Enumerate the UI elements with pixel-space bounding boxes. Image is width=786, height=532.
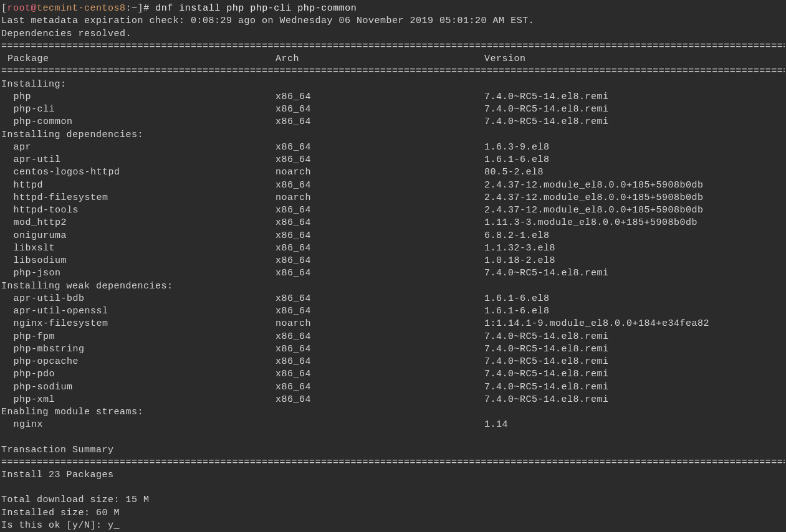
- package-version: 1.0.18-2.el8: [484, 255, 785, 267]
- package-arch: x86_64: [276, 293, 484, 305]
- package-arch: x86_64: [276, 103, 484, 116]
- package-name: apr-util: [1, 154, 276, 166]
- package-version: 7.4.0~RC5-14.el8.remi: [484, 267, 785, 280]
- table-row: httpd-toolsx86_642.4.37-12.module_el8.0.…: [1, 204, 785, 217]
- package-arch: x86_64: [276, 356, 484, 368]
- package-name: apr-util-bdb: [1, 293, 276, 305]
- table-header: Package Arch Version: [1, 53, 785, 65]
- header-package: Package: [1, 53, 276, 65]
- package-version: 7.4.0~RC5-14.el8.remi: [484, 343, 785, 356]
- table-row: httpd-filesystemnoarch2.4.37-12.module_e…: [1, 192, 785, 204]
- package-name: php-fpm: [1, 331, 276, 343]
- package-arch: x86_64: [276, 255, 484, 267]
- package-name: php-xml: [1, 394, 276, 406]
- header-arch: Arch: [276, 53, 484, 65]
- package-version: 7.4.0~RC5-14.el8.remi: [484, 91, 785, 103]
- table-row: php-opcachex86_647.4.0~RC5-14.el8.remi: [1, 356, 785, 368]
- prompt-open-bracket: [: [1, 3, 7, 14]
- package-name: php: [1, 91, 276, 103]
- package-arch: x86_64: [276, 91, 484, 103]
- package-name: mod_http2: [1, 217, 276, 229]
- package-version: 1.6.1-6.el8: [484, 293, 785, 305]
- confirm-input[interactable]: y: [108, 520, 114, 531]
- header-version: Version: [484, 53, 785, 65]
- divider-summary: ========================================…: [1, 457, 785, 469]
- package-version: 1.6.1-6.el8: [484, 154, 785, 166]
- package-arch: x86_64: [276, 343, 484, 356]
- table-row: httpdx86_642.4.37-12.module_el8.0.0+185+…: [1, 179, 785, 192]
- package-name: php-json: [1, 267, 276, 280]
- package-name: apr-util-openssl: [1, 305, 276, 318]
- prompt-at: @: [31, 3, 37, 14]
- package-arch: x86_64: [276, 204, 484, 217]
- package-version: 1.11.3-3.module_el8.0.0+185+5908b0db: [484, 217, 785, 229]
- table-row: onigurumax86_646.8.2-1.el8: [1, 230, 785, 242]
- confirm-line[interactable]: Is this ok [y/N]: y_: [1, 520, 785, 532]
- package-version: 7.4.0~RC5-14.el8.remi: [484, 356, 785, 368]
- table-row: mod_http2x86_641.11.3-3.module_el8.0.0+1…: [1, 217, 785, 229]
- package-arch: x86_64: [276, 242, 484, 255]
- package-version: 7.4.0~RC5-14.el8.remi: [484, 381, 785, 394]
- table-row: apr-util-bdbx86_641.6.1-6.el8: [1, 293, 785, 305]
- table-row: php-fpmx86_647.4.0~RC5-14.el8.remi: [1, 331, 785, 343]
- table-row: nginx1.14: [1, 419, 785, 431]
- package-arch: x86_64: [276, 381, 484, 394]
- table-row: nginx-filesystemnoarch1:1.14.1-9.module_…: [1, 318, 785, 330]
- package-name: nginx-filesystem: [1, 318, 276, 330]
- package-name: httpd: [1, 179, 276, 192]
- package-name: httpd-filesystem: [1, 192, 276, 204]
- package-arch: x86_64: [276, 217, 484, 229]
- package-name: libsodium: [1, 255, 276, 267]
- package-name: libxslt: [1, 242, 276, 255]
- terminal-output[interactable]: [root@tecmint-centos8:~]# dnf install ph…: [1, 2, 785, 532]
- package-version: 1.6.3-9.el8: [484, 141, 785, 154]
- package-arch: noarch: [276, 318, 484, 330]
- table-row: php-pdox86_647.4.0~RC5-14.el8.remi: [1, 368, 785, 381]
- cursor-icon: _: [114, 520, 120, 531]
- prompt-host: tecmint-centos8: [37, 3, 126, 14]
- package-version: 6.8.2-1.el8: [484, 230, 785, 242]
- deps-resolved-line: Dependencies resolved.: [1, 28, 785, 40]
- package-version: 7.4.0~RC5-14.el8.remi: [484, 103, 785, 116]
- table-row: php-jsonx86_647.4.0~RC5-14.el8.remi: [1, 267, 785, 280]
- package-version: 7.4.0~RC5-14.el8.remi: [484, 368, 785, 381]
- package-arch: x86_64: [276, 179, 484, 192]
- package-name: nginx: [1, 419, 276, 431]
- package-name: php-pdo: [1, 368, 276, 381]
- package-version: 7.4.0~RC5-14.el8.remi: [484, 331, 785, 343]
- prompt-line: [root@tecmint-centos8:~]# dnf install ph…: [1, 2, 785, 15]
- installed-size: Installed size: 60 M: [1, 507, 785, 520]
- prompt-hash: #: [143, 3, 155, 14]
- installing-label: Installing:: [1, 78, 785, 91]
- table-row: apr-utilx86_641.6.1-6.el8: [1, 154, 785, 166]
- package-name: php-cli: [1, 103, 276, 116]
- package-arch: [276, 419, 484, 431]
- weak-label: Installing weak dependencies:: [1, 280, 785, 293]
- package-name: apr: [1, 141, 276, 154]
- table-row: apr-util-opensslx86_641.6.1-6.el8: [1, 305, 785, 318]
- table-row: aprx86_641.6.3-9.el8: [1, 141, 785, 154]
- command-text: dnf install php php-cli php-common: [155, 3, 357, 14]
- streams-label: Enabling module streams:: [1, 406, 785, 419]
- package-name: oniguruma: [1, 230, 276, 242]
- blank-line-2: [1, 482, 785, 494]
- prompt-path: ~: [132, 3, 138, 14]
- table-row: php-sodiumx86_647.4.0~RC5-14.el8.remi: [1, 381, 785, 394]
- package-arch: x86_64: [276, 305, 484, 318]
- package-name: php-sodium: [1, 381, 276, 394]
- package-version: 7.4.0~RC5-14.el8.remi: [484, 116, 785, 128]
- divider-header: ========================================…: [1, 65, 785, 78]
- package-arch: x86_64: [276, 331, 484, 343]
- package-version: 2.4.37-12.module_el8.0.0+185+5908b0db: [484, 204, 785, 217]
- package-arch: x86_64: [276, 394, 484, 406]
- package-version: 1.1.32-3.el8: [484, 242, 785, 255]
- confirm-prompt: Is this ok [y/N]:: [1, 520, 108, 531]
- blank-line: [1, 432, 785, 444]
- package-version: 1:1.14.1-9.module_el8.0.0+184+e34fea82: [484, 318, 785, 330]
- table-row: php-xmlx86_647.4.0~RC5-14.el8.remi: [1, 394, 785, 406]
- table-row: libxsltx86_641.1.32-3.el8: [1, 242, 785, 255]
- package-version: 2.4.37-12.module_el8.0.0+185+5908b0db: [484, 192, 785, 204]
- table-row: php-clix86_647.4.0~RC5-14.el8.remi: [1, 103, 785, 116]
- divider-top: ========================================…: [1, 40, 785, 53]
- prompt-close-bracket: ]: [138, 3, 144, 14]
